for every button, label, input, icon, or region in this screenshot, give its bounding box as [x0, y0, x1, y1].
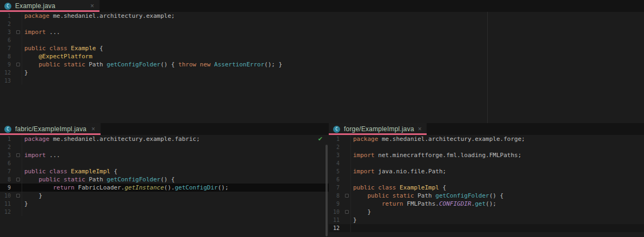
code-line[interactable]: 6	[0, 36, 644, 44]
code-line[interactable]: 13	[0, 77, 644, 85]
code-line[interactable]: 12}	[0, 69, 644, 77]
line-number[interactable]: 12	[0, 69, 11, 77]
code-line[interactable]: 12	[329, 224, 644, 232]
fold-gutter	[340, 216, 351, 224]
close-icon[interactable]: ×	[90, 3, 94, 9]
line-number[interactable]: 1	[0, 135, 11, 143]
tab-example-java[interactable]: C Example.java ×	[0, 0, 99, 12]
line-number[interactable]: 6	[0, 36, 11, 44]
code-line[interactable]: 8 @ExpectPlatform	[0, 52, 644, 60]
code-line[interactable]: 9 return FMLPaths.CONFIGDIR.get();	[329, 200, 644, 208]
line-number[interactable]: 8	[0, 52, 11, 60]
line-number[interactable]: 10	[329, 208, 340, 216]
code-line[interactable]: 11}	[0, 200, 329, 208]
fold-gutter	[11, 52, 22, 60]
fold-marker-icon[interactable]	[345, 194, 349, 198]
code-line[interactable]: 9 public static Path getConfigFolder() {…	[0, 60, 644, 69]
code-token: me.shedaniel.architectury.example.fabric…	[49, 136, 200, 143]
code-text: package me.shedaniel.architectury.exampl…	[351, 135, 525, 143]
fold-marker-icon[interactable]	[16, 178, 20, 181]
vertical-scrollbar[interactable]	[326, 145, 328, 236]
line-number[interactable]: 2	[0, 143, 11, 151]
code-token: me.shedaniel.architectury.example.forge;	[378, 136, 525, 143]
code-line[interactable]: 5import java.nio.file.Path;	[329, 167, 644, 175]
close-icon[interactable]: ×	[418, 126, 422, 132]
code-line[interactable]: 2	[0, 20, 644, 28]
code-token	[24, 184, 53, 191]
code-line[interactable]: 6	[329, 175, 644, 184]
fold-gutter	[340, 208, 351, 216]
code-line[interactable]: 11}	[329, 216, 644, 224]
code-line[interactable]: 9 return FabricLoader.getInstance().getC…	[0, 184, 329, 192]
code-line[interactable]: 4	[329, 159, 644, 167]
fold-marker-icon[interactable]	[16, 153, 20, 157]
code-text	[22, 20, 24, 28]
fold-gutter	[11, 20, 22, 28]
code-line[interactable]: 8 public static Path getConfigFolder() {	[329, 192, 644, 200]
line-number[interactable]: 3	[0, 151, 11, 159]
fold-marker-icon[interactable]	[16, 30, 20, 34]
line-number[interactable]: 9	[329, 200, 340, 208]
line-number[interactable]: 2	[0, 20, 11, 28]
code-line[interactable]: 1package me.shedaniel.architectury.examp…	[329, 135, 644, 143]
line-number[interactable]: 10	[0, 192, 11, 200]
line-number[interactable]: 11	[329, 216, 340, 224]
code-line[interactable]: 10 }	[329, 208, 644, 216]
line-number[interactable]: 6	[0, 159, 11, 167]
fold-gutter	[11, 184, 22, 192]
code-line[interactable]: 3import ...	[0, 151, 329, 159]
line-number[interactable]: 7	[0, 167, 11, 175]
fold-gutter	[11, 200, 22, 208]
inspections-ok-icon[interactable]: ✔	[318, 136, 323, 142]
line-number[interactable]: 11	[0, 200, 11, 208]
line-number[interactable]: 8	[0, 175, 11, 184]
code-line[interactable]: 12	[0, 208, 329, 216]
tab-forge-exampleimpl-java[interactable]: C forge/ExampleImpl.java ×	[329, 123, 427, 135]
code-line[interactable]: 3import net.minecraftforge.fml.loading.F…	[329, 151, 644, 159]
line-number[interactable]: 3	[329, 151, 340, 159]
code-editor[interactable]: 1package me.shedaniel.architectury.examp…	[0, 135, 329, 216]
code-text	[22, 143, 24, 151]
code-line[interactable]: 3import ...	[0, 28, 644, 36]
line-number[interactable]: 5	[329, 167, 340, 175]
line-number[interactable]: 9	[0, 184, 11, 192]
code-token: ExampleImpl	[400, 184, 439, 191]
code-line[interactable]: 8 public static Path getConfigFolder() {	[0, 175, 329, 184]
editor-pane-forge: C forge/ExampleImpl.java × 1package me.s…	[329, 123, 644, 237]
line-number[interactable]: 6	[329, 175, 340, 184]
line-number[interactable]: 7	[0, 44, 11, 52]
code-line[interactable]: 2	[0, 143, 329, 151]
code-line[interactable]: 10 }	[0, 192, 329, 200]
fold-marker-icon[interactable]	[345, 210, 349, 214]
code-line[interactable]: 6	[0, 159, 329, 167]
line-number[interactable]: 13	[0, 77, 11, 85]
line-number[interactable]: 2	[329, 143, 340, 151]
fold-marker-icon[interactable]	[16, 63, 20, 66]
fold-gutter	[11, 143, 22, 151]
code-line[interactable]: 2	[329, 143, 644, 151]
line-number[interactable]: 1	[329, 135, 340, 143]
code-token: throw new	[178, 61, 214, 68]
line-number[interactable]: 3	[0, 28, 11, 36]
line-number[interactable]: 4	[329, 159, 340, 167]
fold-gutter	[340, 159, 351, 167]
code-editor[interactable]: 1package me.shedaniel.architectury.examp…	[0, 12, 644, 85]
line-number[interactable]: 7	[329, 184, 340, 192]
code-line[interactable]: 1package me.shedaniel.architectury.examp…	[0, 12, 644, 20]
code-line[interactable]: 7public class ExampleImpl {	[0, 167, 329, 175]
code-line[interactable]: 1package me.shedaniel.architectury.examp…	[0, 135, 329, 143]
line-number[interactable]: 12	[0, 208, 11, 216]
line-number[interactable]: 8	[329, 192, 340, 200]
line-number[interactable]: 12	[329, 224, 340, 232]
line-number[interactable]: 1	[0, 12, 11, 20]
code-line[interactable]: 7public class ExampleImpl {	[329, 184, 644, 192]
tab-fabric-exampleimpl-java[interactable]: C fabric/ExampleImpl.java ×	[0, 123, 101, 135]
close-icon[interactable]: ×	[91, 126, 95, 132]
line-number[interactable]: 9	[0, 60, 11, 69]
java-class-icon: C	[4, 3, 11, 10]
code-line[interactable]: 7public class Example {	[0, 44, 644, 52]
fold-marker-icon[interactable]	[16, 194, 20, 198]
code-editor[interactable]: 1package me.shedaniel.architectury.examp…	[329, 135, 644, 232]
code-token: ();	[486, 200, 496, 207]
code-token: @ExpectPlatform	[39, 53, 92, 60]
